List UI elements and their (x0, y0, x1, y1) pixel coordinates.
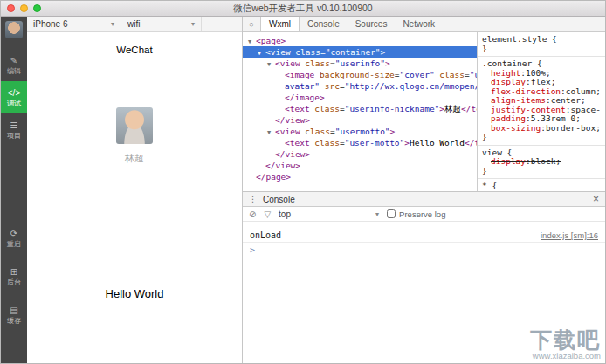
device-select[interactable]: iPhone 6 ▾ (27, 17, 121, 31)
console-header: ⋮ Console × (243, 192, 605, 207)
sidebar-top-group: ✎编辑</>调试☰项目 (1, 49, 27, 146)
tab-console[interactable]: Console (300, 17, 348, 31)
wxml-node[interactable]: ▼<view class="userinfo"> (243, 58, 477, 69)
network-select[interactable]: wifi ▾ (121, 17, 202, 31)
app-window: 微信web开发者工具 v0.10.100900 ✎编辑</>调试☰项目 ⟳重启⊞… (0, 0, 606, 364)
style-property[interactable]: box-sizing:border-box; (482, 124, 601, 134)
log-source-link[interactable]: index.js [sm]:16 (541, 230, 598, 240)
clear-console-icon[interactable]: ⊘ (249, 209, 256, 219)
inspect-element-icon[interactable]: ○ (243, 17, 260, 31)
sidebar-item-label: 后台 (7, 278, 21, 286)
style-property[interactable]: height:100%; (482, 69, 601, 79)
console-menu-icon[interactable]: ⋮ (249, 195, 257, 203)
wxml-node[interactable]: ▼<view class="container"> (243, 46, 477, 58)
style-rule: element.style {} (478, 32, 605, 57)
zoom-window-button[interactable] (33, 4, 41, 12)
tab-network[interactable]: Network (395, 17, 443, 31)
style-property[interactable]: flex-direction:column; (482, 87, 601, 97)
window-title: 微信web开发者工具 v0.10.100900 (233, 3, 372, 15)
close-window-button[interactable] (7, 4, 15, 12)
style-selector: .container { (482, 59, 601, 69)
wxml-node[interactable]: <image background-size="cover" class="us… (243, 69, 477, 80)
window-controls (7, 4, 41, 12)
minimize-window-button[interactable] (20, 4, 28, 12)
chevron-down-icon: ▾ (191, 20, 195, 28)
sidebar-item-project[interactable]: ☰项目 (1, 113, 27, 146)
console-log-entry: onLoadindex.js [sm]:16 (243, 229, 605, 243)
sidebar-item-cache[interactable]: ▤缓存 (1, 296, 27, 334)
style-property[interactable]: justify-content:space-between; (482, 106, 601, 115)
style-property[interactable]: padding:5.33rem 0; (482, 114, 601, 124)
style-property[interactable]: display:flex; (482, 78, 601, 87)
wxml-node[interactable]: </view> (243, 114, 477, 126)
filter-icon[interactable]: ▽ (264, 209, 271, 219)
wxml-node[interactable]: </view> (243, 148, 477, 160)
devtools-tabs-bar: ○ WxmlConsoleSourcesNetwork (243, 17, 605, 32)
device-simulator: iPhone 6 ▾ wifi ▾ WeChat 林超 Hello World (27, 17, 243, 364)
wxml-node[interactable]: <text class="userinfo-nickname">林超</text… (243, 103, 477, 114)
arrow-spacer (277, 71, 285, 80)
arrow-spacer (277, 105, 285, 114)
user-avatar-image[interactable] (116, 107, 153, 144)
account-avatar[interactable] (5, 21, 23, 38)
arrow-spacer (277, 82, 285, 92)
sidebar-item-background[interactable]: ⊞后台 (1, 258, 27, 296)
wxml-node[interactable]: </view> (243, 160, 477, 171)
expand-arrow-icon[interactable]: ▼ (267, 59, 275, 69)
preserve-log-toggle[interactable]: Preserve log (387, 209, 445, 219)
style-property[interactable]: display:block; (482, 157, 601, 167)
style-property[interactable]: align-items:center; (482, 96, 601, 106)
console-prompt[interactable]: > (243, 243, 605, 258)
style-closing-brace: } (482, 167, 601, 176)
arrow-spacer (267, 116, 275, 126)
expand-arrow-icon[interactable]: ▼ (248, 37, 256, 46)
titlebar: 微信web开发者工具 v0.10.100900 (1, 1, 605, 17)
sidebar-item-label: 重启 (7, 240, 21, 248)
expand-arrow-icon[interactable]: ▼ (267, 127, 275, 137)
user-nickname: 林超 (27, 152, 242, 165)
cache-icon: ▤ (10, 306, 17, 315)
preserve-log-checkbox[interactable] (387, 209, 396, 218)
sidebar-bottom-group: ⟳重启⊞后台▤缓存 (1, 219, 27, 334)
sidebar-item-restart[interactable]: ⟳重启 (1, 219, 27, 258)
log-message: onLoad (250, 230, 281, 240)
tab-sources[interactable]: Sources (348, 17, 396, 31)
style-selector: * { (482, 182, 601, 191)
arrow-spacer (277, 93, 285, 103)
expand-arrow-icon[interactable]: ▼ (258, 48, 265, 58)
sidebar-item-label: 缓存 (7, 317, 21, 325)
arrow-spacer (267, 150, 275, 160)
wxml-node[interactable]: avatar" src="http://wx.qlogo.cn/mmopen/v… (243, 80, 477, 92)
devtools-tabs: WxmlConsoleSourcesNetwork (260, 17, 443, 31)
wxml-node[interactable]: <text class="user-motto">Hello World</te… (243, 137, 477, 148)
wxml-node[interactable]: ▼<page> (243, 35, 477, 46)
tab-wxml[interactable]: Wxml (260, 17, 300, 31)
network-select-value: wifi (127, 19, 140, 29)
chevron-down-icon: ▾ (111, 20, 114, 28)
sidebar-item-label: 调试 (7, 100, 21, 107)
style-rule: * {margin:0;} (478, 179, 605, 191)
console-log: onLoadindex.js [sm]:16 (243, 229, 605, 243)
console-title: Console (263, 195, 295, 204)
style-rule: view {display:block;} (478, 146, 605, 180)
sidebar-item-label: 项目 (7, 132, 21, 140)
watermark-url: www.xiazaiba.com (530, 351, 601, 361)
styles-pane: element.style {}.container {height:100%;… (477, 32, 605, 191)
device-select-value: iPhone 6 (33, 19, 67, 29)
sidebar-item-edit[interactable]: ✎编辑 (1, 49, 27, 81)
sidebar-item-debug[interactable]: </>调试 (1, 81, 27, 113)
style-closing-brace: } (482, 133, 601, 142)
page-nav-title: WeChat (27, 45, 242, 55)
arrow-spacer (277, 139, 285, 148)
device-toolbar: iPhone 6 ▾ wifi ▾ (27, 17, 242, 32)
style-rule: .container {height:100%;display:flex;fle… (478, 57, 605, 146)
preserve-log-label: Preserve log (399, 209, 445, 219)
execution-context-select[interactable]: top ▾ (279, 209, 379, 219)
wxml-node[interactable]: </page> (243, 171, 477, 182)
close-console-icon[interactable]: × (593, 194, 599, 204)
wxml-node[interactable]: ▼<view class="usermotto"> (243, 126, 477, 137)
wxml-node[interactable]: </image> (243, 92, 477, 103)
console-toolbar: ⊘ ▽ top ▾ Preserve log (243, 207, 605, 222)
style-closing-brace: } (482, 45, 601, 54)
arrow-spacer (258, 161, 265, 171)
